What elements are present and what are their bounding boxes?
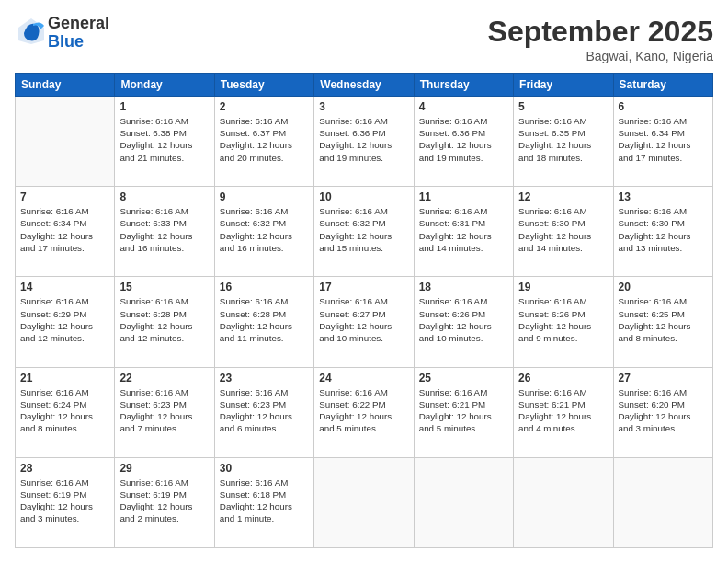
- day-number: 30: [220, 462, 309, 475]
- day-number: 22: [119, 372, 209, 385]
- day-number: 23: [220, 372, 309, 385]
- day-info: Sunrise: 6:16 AMSunset: 6:25 PMDaylight:…: [619, 295, 708, 344]
- table-row: 20Sunrise: 6:16 AMSunset: 6:25 PMDayligh…: [613, 277, 712, 367]
- table-row: 21Sunrise: 6:16 AMSunset: 6:24 PMDayligh…: [16, 367, 115, 457]
- day-info: Sunrise: 6:16 AMSunset: 6:21 PMDaylight:…: [419, 386, 508, 435]
- day-number: 10: [319, 190, 408, 203]
- day-info: Sunrise: 6:16 AMSunset: 6:35 PMDaylight:…: [518, 115, 608, 164]
- calendar-table: Sunday Monday Tuesday Wednesday Thursday…: [15, 73, 713, 548]
- day-number: 7: [20, 190, 109, 203]
- table-row: 24Sunrise: 6:16 AMSunset: 6:22 PMDayligh…: [314, 367, 414, 457]
- table-row: 3Sunrise: 6:16 AMSunset: 6:36 PMDaylight…: [314, 97, 414, 187]
- day-number: 27: [619, 372, 708, 385]
- header-thursday: Thursday: [414, 74, 513, 97]
- day-info: Sunrise: 6:16 AMSunset: 6:30 PMDaylight:…: [518, 205, 608, 254]
- day-number: 21: [20, 372, 109, 385]
- table-row: 19Sunrise: 6:16 AMSunset: 6:26 PMDayligh…: [514, 277, 613, 367]
- table-row: 15Sunrise: 6:16 AMSunset: 6:28 PMDayligh…: [115, 277, 214, 367]
- logo-text: General Blue: [48, 15, 109, 52]
- day-info: Sunrise: 6:16 AMSunset: 6:22 PMDaylight:…: [319, 386, 408, 435]
- table-row: 22Sunrise: 6:16 AMSunset: 6:23 PMDayligh…: [115, 367, 214, 457]
- table-row: 14Sunrise: 6:16 AMSunset: 6:29 PMDayligh…: [16, 277, 115, 367]
- table-row: 28Sunrise: 6:16 AMSunset: 6:19 PMDayligh…: [16, 457, 115, 547]
- day-number: 25: [419, 372, 508, 385]
- header-saturday: Saturday: [613, 74, 712, 97]
- day-info: Sunrise: 6:16 AMSunset: 6:19 PMDaylight:…: [20, 477, 109, 525]
- month-title: September 2025: [488, 15, 713, 49]
- table-row: 4Sunrise: 6:16 AMSunset: 6:36 PMDaylight…: [414, 97, 513, 187]
- calendar-header-row: Sunday Monday Tuesday Wednesday Thursday…: [16, 74, 713, 97]
- day-info: Sunrise: 6:16 AMSunset: 6:21 PMDaylight:…: [518, 386, 608, 435]
- table-row: [314, 457, 414, 547]
- day-number: 9: [220, 190, 309, 203]
- day-number: 11: [419, 190, 508, 203]
- table-row: 16Sunrise: 6:16 AMSunset: 6:28 PMDayligh…: [214, 277, 313, 367]
- day-number: 24: [319, 372, 408, 385]
- table-row: 26Sunrise: 6:16 AMSunset: 6:21 PMDayligh…: [514, 367, 613, 457]
- location: Bagwai, Kano, Nigeria: [488, 49, 713, 63]
- day-number: 3: [319, 100, 408, 113]
- table-row: 25Sunrise: 6:16 AMSunset: 6:21 PMDayligh…: [414, 367, 513, 457]
- table-row: 17Sunrise: 6:16 AMSunset: 6:27 PMDayligh…: [314, 277, 414, 367]
- day-number: 20: [619, 281, 708, 293]
- day-number: 14: [20, 281, 109, 293]
- day-info: Sunrise: 6:16 AMSunset: 6:29 PMDaylight:…: [20, 295, 109, 344]
- day-info: Sunrise: 6:16 AMSunset: 6:32 PMDaylight:…: [220, 205, 309, 254]
- day-info: Sunrise: 6:16 AMSunset: 6:37 PMDaylight:…: [220, 115, 309, 164]
- day-number: 16: [220, 281, 309, 293]
- day-info: Sunrise: 6:16 AMSunset: 6:23 PMDaylight:…: [220, 386, 309, 435]
- table-row: 1Sunrise: 6:16 AMSunset: 6:38 PMDaylight…: [115, 97, 214, 187]
- day-info: Sunrise: 6:16 AMSunset: 6:18 PMDaylight:…: [220, 477, 309, 525]
- header-friday: Friday: [514, 74, 613, 97]
- day-info: Sunrise: 6:16 AMSunset: 6:34 PMDaylight:…: [20, 205, 109, 254]
- day-info: Sunrise: 6:16 AMSunset: 6:28 PMDaylight:…: [220, 295, 309, 344]
- day-info: Sunrise: 6:16 AMSunset: 6:20 PMDaylight:…: [619, 386, 708, 435]
- day-number: 13: [619, 190, 708, 203]
- day-number: 2: [220, 100, 309, 113]
- day-number: 5: [518, 100, 608, 113]
- page-header: General Blue September 2025 Bagwai, Kano…: [15, 15, 713, 63]
- table-row: 9Sunrise: 6:16 AMSunset: 6:32 PMDaylight…: [214, 187, 313, 277]
- table-row: 27Sunrise: 6:16 AMSunset: 6:20 PMDayligh…: [613, 367, 712, 457]
- table-row: [514, 457, 613, 547]
- day-number: 19: [518, 281, 608, 293]
- day-info: Sunrise: 6:16 AMSunset: 6:34 PMDaylight:…: [619, 115, 708, 164]
- table-row: 6Sunrise: 6:16 AMSunset: 6:34 PMDaylight…: [613, 97, 712, 187]
- day-number: 1: [119, 100, 209, 113]
- day-info: Sunrise: 6:16 AMSunset: 6:19 PMDaylight:…: [119, 477, 209, 525]
- table-row: 13Sunrise: 6:16 AMSunset: 6:30 PMDayligh…: [613, 187, 712, 277]
- table-row: 23Sunrise: 6:16 AMSunset: 6:23 PMDayligh…: [214, 367, 313, 457]
- table-row: [16, 97, 115, 187]
- day-number: 18: [419, 281, 508, 293]
- day-info: Sunrise: 6:16 AMSunset: 6:28 PMDaylight:…: [119, 295, 209, 344]
- title-section: September 2025 Bagwai, Kano, Nigeria: [488, 15, 713, 63]
- header-tuesday: Tuesday: [214, 74, 313, 97]
- day-info: Sunrise: 6:16 AMSunset: 6:24 PMDaylight:…: [20, 386, 109, 435]
- header-sunday: Sunday: [16, 74, 115, 97]
- day-info: Sunrise: 6:16 AMSunset: 6:32 PMDaylight:…: [319, 205, 408, 254]
- table-row: 11Sunrise: 6:16 AMSunset: 6:31 PMDayligh…: [414, 187, 513, 277]
- table-row: [613, 457, 712, 547]
- table-row: 7Sunrise: 6:16 AMSunset: 6:34 PMDaylight…: [16, 187, 115, 277]
- day-number: 26: [518, 372, 608, 385]
- day-info: Sunrise: 6:16 AMSunset: 6:31 PMDaylight:…: [419, 205, 508, 254]
- table-row: 18Sunrise: 6:16 AMSunset: 6:26 PMDayligh…: [414, 277, 513, 367]
- day-info: Sunrise: 6:16 AMSunset: 6:27 PMDaylight:…: [319, 295, 408, 344]
- table-row: 5Sunrise: 6:16 AMSunset: 6:35 PMDaylight…: [514, 97, 613, 187]
- day-info: Sunrise: 6:16 AMSunset: 6:33 PMDaylight:…: [119, 205, 209, 254]
- day-info: Sunrise: 6:16 AMSunset: 6:26 PMDaylight:…: [518, 295, 608, 344]
- header-monday: Monday: [115, 74, 214, 97]
- day-info: Sunrise: 6:16 AMSunset: 6:30 PMDaylight:…: [619, 205, 708, 254]
- table-row: 10Sunrise: 6:16 AMSunset: 6:32 PMDayligh…: [314, 187, 414, 277]
- day-number: 17: [319, 281, 408, 293]
- table-row: 2Sunrise: 6:16 AMSunset: 6:37 PMDaylight…: [214, 97, 313, 187]
- table-row: 12Sunrise: 6:16 AMSunset: 6:30 PMDayligh…: [514, 187, 613, 277]
- table-row: 29Sunrise: 6:16 AMSunset: 6:19 PMDayligh…: [115, 457, 214, 547]
- table-row: [414, 457, 513, 547]
- day-number: 6: [619, 100, 708, 113]
- day-info: Sunrise: 6:16 AMSunset: 6:36 PMDaylight:…: [419, 115, 508, 164]
- logo: General Blue: [15, 15, 109, 52]
- day-number: 28: [20, 462, 109, 475]
- day-info: Sunrise: 6:16 AMSunset: 6:36 PMDaylight:…: [319, 115, 408, 164]
- table-row: 8Sunrise: 6:16 AMSunset: 6:33 PMDaylight…: [115, 187, 214, 277]
